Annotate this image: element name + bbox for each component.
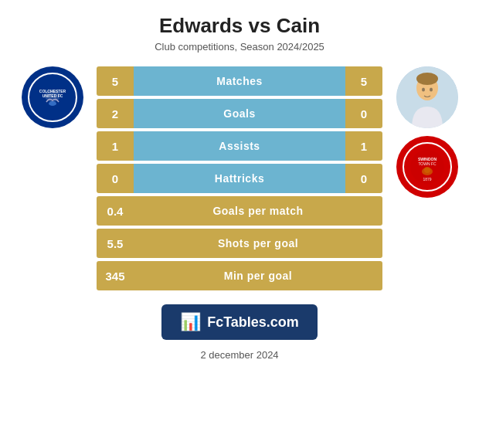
goals-per-match-label: Goals per match xyxy=(134,196,382,226)
stat-row-min-per-goal: 345 Min per goal xyxy=(97,261,382,290)
svg-point-6 xyxy=(416,73,438,85)
svg-text:TOWN FC: TOWN FC xyxy=(418,161,437,166)
svg-point-3 xyxy=(49,101,56,106)
footer-date: 2 december 2024 xyxy=(200,349,278,361)
assists-value-left: 1 xyxy=(97,131,134,161)
min-per-goal-value: 345 xyxy=(97,261,134,290)
assists-value-right: 1 xyxy=(345,131,382,161)
colchester-logo: COLCHESTER UNITED FC xyxy=(22,66,83,128)
chart-icon: 📊 xyxy=(180,312,201,332)
right-logos: SWINDON TOWN FC 1879 xyxy=(382,66,471,198)
shots-per-goal-label: Shots per goal xyxy=(134,229,382,258)
svg-text:1879: 1879 xyxy=(423,177,431,182)
goals-per-match-value: 0.4 xyxy=(97,196,134,226)
stat-row-assists: 1 Assists 1 xyxy=(97,131,382,161)
player-avatar xyxy=(396,66,458,128)
svg-point-7 xyxy=(422,88,425,92)
svg-text:UNITED FC: UNITED FC xyxy=(42,93,63,98)
fctables-label: FcTables.com xyxy=(207,314,299,331)
page-title: Edwards vs Cain xyxy=(155,14,324,38)
matches-value-right: 5 xyxy=(345,66,382,96)
matches-value-left: 5 xyxy=(97,66,134,96)
assists-label: Assists xyxy=(134,131,345,161)
stat-row-goals: 2 Goals 0 xyxy=(97,99,382,128)
hattricks-value-left: 0 xyxy=(97,164,134,193)
header: Edwards vs Cain Club competitions, Seaso… xyxy=(155,0,324,57)
stat-row-goals-per-match: 0.4 Goals per match xyxy=(97,196,382,226)
hattricks-label: Hattricks xyxy=(134,164,345,193)
left-logos: COLCHESTER UNITED FC xyxy=(8,66,97,128)
svg-point-8 xyxy=(430,88,433,92)
matches-label: Matches xyxy=(134,66,345,96)
header-subtitle: Club competitions, Season 2024/2025 xyxy=(155,41,324,53)
fctables-logo: 📊 FcTables.com xyxy=(161,304,318,340)
main-content: COLCHESTER UNITED FC 5 Matches 5 2 Goals… xyxy=(0,66,479,290)
goals-value-left: 2 xyxy=(97,99,134,128)
stats-column: 5 Matches 5 2 Goals 0 1 Assists 1 0 Hatt… xyxy=(97,66,382,290)
stat-row-hattricks: 0 Hattricks 0 xyxy=(97,164,382,193)
goals-value-right: 0 xyxy=(345,99,382,128)
stat-row-shots-per-goal: 5.5 Shots per goal xyxy=(97,229,382,258)
goals-label: Goals xyxy=(134,99,345,128)
min-per-goal-label: Min per goal xyxy=(134,261,382,290)
hattricks-value-right: 0 xyxy=(345,164,382,193)
shots-per-goal-value: 5.5 xyxy=(97,229,134,258)
stat-row-matches: 5 Matches 5 xyxy=(97,66,382,96)
swindon-logo: SWINDON TOWN FC 1879 xyxy=(396,136,458,198)
svg-point-13 xyxy=(424,167,430,173)
